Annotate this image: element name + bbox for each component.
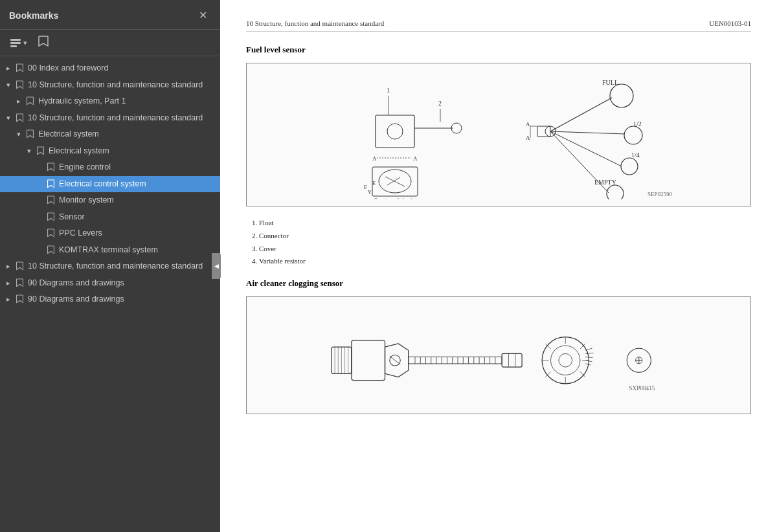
bookmark-icon-bm3 (25, 96, 35, 107)
bookmark-item-bm7[interactable]: Engine control (0, 159, 220, 176)
bookmark-icon-bm2 (14, 80, 25, 91)
svg-text:SXP08415: SXP08415 (629, 385, 655, 392)
pdf-header-left: 10 Structure, function and maintenance s… (246, 19, 384, 27)
bookmark-item-bm8[interactable]: Electrical control system (0, 176, 220, 193)
sidebar-toolbar: ▾ (0, 30, 220, 56)
bookmark-icon-bm7 (45, 162, 56, 173)
svg-rect-71 (502, 354, 522, 368)
close-button[interactable]: ✕ (195, 8, 211, 23)
bookmark-icon-bm13 (14, 261, 25, 272)
bookmark-toggle-bm8[interactable] (34, 179, 45, 180)
bookmark-toggle-bm6[interactable]: ▾ (23, 146, 35, 155)
pdf-header: 10 Structure, function and maintenance s… (246, 19, 751, 32)
list-item: Connector (259, 230, 751, 243)
svg-point-29 (624, 126, 642, 144)
svg-rect-2 (10, 45, 17, 47)
bookmark-label-bm12: KOMTRAX terminal system (59, 245, 215, 256)
section2-title: Air cleaner clogging sensor (246, 278, 751, 289)
bookmark-icon-bm9 (45, 195, 56, 206)
bookmark-icon-bm12 (45, 245, 56, 256)
bookmark-item-bm9[interactable]: Monitor system (0, 192, 220, 209)
bookmark-toggle-bm11[interactable] (34, 228, 45, 229)
sidebar: Bookmarks ✕ ▾ ▸00 Index and foreword▾10 … (0, 0, 220, 532)
svg-rect-3 (376, 115, 414, 148)
bookmark-item-bm2[interactable]: ▾10 Structure, function and maintenance … (0, 77, 220, 94)
bookmark-toggle-bm4[interactable]: ▾ (3, 113, 14, 122)
bookmark-label-bm2: 10 Structure, function and maintenance s… (28, 80, 215, 91)
svg-text:SEP02590: SEP02590 (648, 191, 673, 197)
bookmark-icon-bm1 (14, 63, 25, 74)
bookmark-item-bm3[interactable]: ▸Hydraulic system, Part 1 (0, 93, 220, 110)
svg-point-4 (387, 124, 403, 139)
bookmark-label-bm13: 10 Structure, function and maintenance s… (28, 261, 215, 272)
svg-point-74 (542, 337, 589, 384)
bookmark-label-bm1: 00 Index and foreword (28, 63, 215, 74)
collapse-sidebar-button[interactable] (212, 253, 221, 279)
bookmark-item-bm5[interactable]: ▾Electrical system (0, 126, 220, 143)
svg-text:4: 4 (408, 199, 411, 199)
sidebar-header: Bookmarks ✕ (0, 0, 220, 30)
svg-text:FULL: FULL (602, 79, 618, 86)
svg-text:3: 3 (380, 199, 383, 199)
svg-line-87 (585, 357, 592, 358)
list-view-icon (9, 36, 22, 49)
bookmark-toggle-bm9[interactable] (34, 195, 45, 196)
bookmark-toggle-bm2[interactable]: ▾ (3, 80, 14, 89)
bookmark-label-bm10: Sensor (59, 212, 215, 223)
view-mode-button[interactable]: ▾ (9, 36, 27, 49)
bookmark-item-bm12[interactable]: KOMTRAX terminal system (0, 242, 220, 259)
bookmark-toggle-bm3[interactable]: ▸ (13, 96, 25, 105)
svg-marker-51 (385, 344, 409, 377)
svg-text:Y: Y (368, 190, 372, 195)
bookmark-item-bm13[interactable]: ▸10 Structure, function and maintenance … (0, 258, 220, 275)
bookmark-toggle-bm5[interactable]: ▾ (13, 129, 25, 139)
bookmark-item-bm4[interactable]: ▾10 Structure, function and maintenance … (0, 110, 220, 127)
bookmark-label-bm8: Electrical control system (59, 179, 215, 190)
bookmark-label-bm15: 90 Diagrams and drawings (28, 294, 215, 305)
svg-line-33 (550, 131, 622, 166)
bookmark-toggle-bm12[interactable] (34, 245, 45, 246)
svg-rect-38 (537, 126, 550, 137)
bookmark-view-button[interactable] (38, 35, 49, 50)
svg-point-76 (559, 354, 572, 368)
bookmark-item-bm10[interactable]: Sensor (0, 209, 220, 226)
bookmark-item-bm15[interactable]: ▸90 Diagrams and drawings (0, 291, 220, 308)
svg-point-32 (621, 158, 638, 175)
bookmark-toggle-bm7[interactable] (34, 162, 45, 163)
bookmark-toggle-bm13[interactable]: ▸ (3, 261, 14, 271)
air-cleaner-svg: SXP08415 (253, 304, 744, 407)
bookmark-toggle-bm15[interactable]: ▸ (3, 294, 14, 304)
pdf-page: 10 Structure, function and maintenance s… (220, 0, 777, 532)
bookmark-icon (38, 35, 49, 48)
bookmark-toggle-bm10[interactable] (34, 212, 45, 213)
svg-rect-0 (10, 39, 21, 41)
bookmark-icon-bm4 (14, 113, 25, 124)
bookmark-toggle-bm14[interactable]: ▸ (3, 278, 14, 287)
bookmark-icon-bm15 (14, 294, 25, 305)
svg-point-75 (551, 346, 580, 375)
svg-line-36 (550, 131, 609, 193)
svg-line-30 (550, 131, 625, 134)
section1-list: Float Connector Cover Variable resistor (259, 217, 751, 268)
svg-point-15 (379, 170, 411, 193)
svg-text:1: 1 (387, 87, 390, 94)
bookmark-icon-bm8 (45, 179, 56, 190)
svg-line-27 (550, 98, 612, 131)
svg-point-26 (610, 84, 633, 107)
svg-text:1/4: 1/4 (631, 151, 640, 159)
svg-text:A: A (372, 155, 377, 162)
bookmark-item-bm1[interactable]: ▸00 Index and foreword (0, 60, 220, 77)
svg-text:A: A (526, 135, 530, 141)
sidebar-title: Bookmarks (9, 10, 58, 21)
svg-text:A: A (526, 121, 530, 127)
svg-text:F: F (364, 184, 367, 190)
bookmark-icon-bm11 (45, 228, 56, 239)
bookmark-label-bm7: Engine control (59, 162, 215, 173)
bookmark-toggle-bm1[interactable]: ▸ (3, 63, 14, 72)
bookmark-label-bm5: Electrical system (38, 129, 215, 140)
fuel-sensor-diagram: 1 2 A A (246, 63, 751, 206)
bookmark-item-bm6[interactable]: ▾Electrical system (0, 143, 220, 160)
bookmark-item-bm11[interactable]: PPC Levers (0, 225, 220, 242)
list-item: Cover (259, 243, 751, 256)
bookmark-item-bm14[interactable]: ▸90 Diagrams and drawings (0, 275, 220, 292)
